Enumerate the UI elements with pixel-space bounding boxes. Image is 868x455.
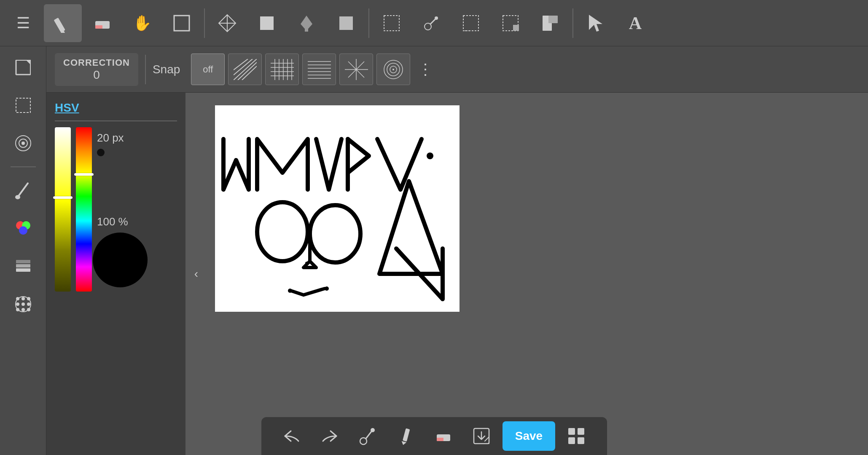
svg-rect-4: [174, 16, 189, 31]
svg-point-79: [392, 69, 394, 70]
svg-rect-15: [463, 16, 478, 31]
undo-button[interactable]: [275, 421, 309, 451]
magic-select-button[interactable]: [492, 4, 529, 42]
canvas-paper[interactable]: [215, 105, 460, 312]
correction-label: CORRECTION: [63, 57, 130, 68]
svg-point-31: [15, 195, 20, 199]
color-panel: ‹ HSV 20 px 100 %: [46, 93, 185, 455]
drawing-canvas-area[interactable]: [185, 93, 868, 455]
svg-point-81: [257, 202, 308, 261]
snap-radial-button[interactable]: [339, 54, 373, 85]
svg-point-84: [288, 289, 292, 293]
sidebar-color-button[interactable]: [6, 211, 40, 245]
svg-rect-94: [568, 428, 575, 435]
rectangle-button[interactable]: [163, 4, 201, 42]
svg-point-40: [21, 297, 25, 300]
snap-circular-button[interactable]: [376, 54, 410, 85]
crop-button[interactable]: [531, 4, 569, 42]
secondary-toolbar: CORRECTION 0 Snap off: [46, 46, 868, 93]
svg-point-80: [427, 153, 433, 159]
transform-button[interactable]: [208, 4, 246, 42]
svg-line-74: [356, 62, 364, 70]
snap-more-button[interactable]: ⋮: [414, 61, 437, 78]
menu-button[interactable]: ☰: [4, 4, 42, 42]
save-button[interactable]: Save: [503, 421, 555, 451]
svg-marker-25: [26, 60, 30, 64]
svg-point-83: [305, 262, 309, 265]
svg-point-42: [16, 302, 19, 306]
sidebar-brush-button[interactable]: [6, 174, 40, 207]
svg-marker-90: [400, 441, 406, 445]
svg-point-44: [27, 302, 30, 306]
sidebar-circle-grid-button[interactable]: [6, 287, 40, 321]
snap-horizontal-button[interactable]: [302, 54, 336, 85]
svg-rect-18: [513, 25, 519, 31]
bottom-pencil-button[interactable]: [389, 421, 422, 451]
snap-options: off: [191, 54, 437, 85]
collapse-panel-button[interactable]: ‹: [194, 267, 198, 281]
svg-point-82: [310, 205, 360, 262]
svg-point-47: [27, 308, 30, 311]
toolbar-divider-1: [204, 8, 205, 38]
text-button[interactable]: A: [616, 4, 654, 42]
svg-rect-22: [16, 60, 30, 75]
svg-point-12: [425, 23, 431, 30]
sidebar-layers-button[interactable]: [6, 249, 40, 283]
eyedropper-button[interactable]: [412, 4, 450, 42]
main-area: CORRECTION 0 Snap off: [0, 46, 868, 455]
hue-slider[interactable]: [76, 127, 92, 292]
bottom-eyedropper-button[interactable]: [351, 421, 384, 451]
size-opacity-container: 20 px 100 %: [97, 127, 177, 292]
bucket-button[interactable]: [288, 4, 325, 42]
correction-box[interactable]: CORRECTION 0: [55, 53, 138, 86]
svg-rect-26: [16, 98, 30, 112]
top-toolbar: ☰ ✋: [0, 0, 868, 46]
svg-point-39: [16, 297, 19, 300]
snap-diagonal-button[interactable]: [228, 54, 262, 85]
export-button[interactable]: [465, 421, 498, 451]
svg-point-43: [21, 302, 25, 306]
toolbar-divider-3: [572, 8, 573, 38]
snap-grid-button[interactable]: [265, 54, 299, 85]
svg-line-73: [356, 70, 364, 78]
svg-rect-11: [384, 16, 399, 31]
sidebar-effects-button[interactable]: [6, 126, 40, 160]
lightness-thumb: [53, 196, 73, 199]
sidebar-selection-button[interactable]: [6, 88, 40, 122]
lightness-slider[interactable]: [55, 127, 71, 292]
correction-value: 0: [63, 68, 130, 82]
selection-button[interactable]: [373, 4, 411, 42]
hue-thumb: [74, 173, 94, 176]
svg-point-34: [19, 226, 27, 235]
snap-off-button[interactable]: off: [191, 54, 225, 85]
svg-rect-97: [578, 437, 584, 444]
bottom-eraser-button[interactable]: [427, 421, 460, 451]
canvas-wrapper: ‹ HSV 20 px 100 %: [46, 93, 868, 455]
svg-rect-95: [578, 428, 584, 435]
redo-button[interactable]: [313, 421, 347, 451]
sidebar-edit-button[interactable]: [6, 51, 40, 84]
gray-rect-button[interactable]: [327, 4, 365, 42]
svg-rect-89: [403, 428, 410, 442]
pencil-button[interactable]: [44, 4, 82, 42]
color-preview-circle: [93, 233, 148, 287]
hand-button[interactable]: ✋: [123, 4, 161, 42]
hsv-mode-button[interactable]: HSV: [55, 101, 177, 115]
svg-marker-21: [589, 15, 602, 32]
lasso-button[interactable]: [452, 4, 490, 42]
color-sliders-container: 20 px 100 %: [55, 127, 177, 292]
dot-indicator: [97, 149, 105, 156]
eraser-button[interactable]: [83, 4, 121, 42]
svg-rect-9: [305, 29, 308, 32]
svg-rect-35: [16, 268, 30, 272]
svg-rect-36: [16, 264, 30, 268]
svg-point-41: [27, 297, 30, 300]
svg-rect-37: [16, 260, 30, 263]
cursor-button[interactable]: [577, 4, 615, 42]
snap-label: Snap: [153, 63, 180, 76]
fill-rect-button[interactable]: [248, 4, 286, 42]
svg-point-45: [16, 308, 19, 311]
bottom-toolbar: Save: [261, 417, 607, 455]
grid-view-button[interactable]: [559, 421, 593, 451]
svg-rect-20: [548, 16, 558, 23]
